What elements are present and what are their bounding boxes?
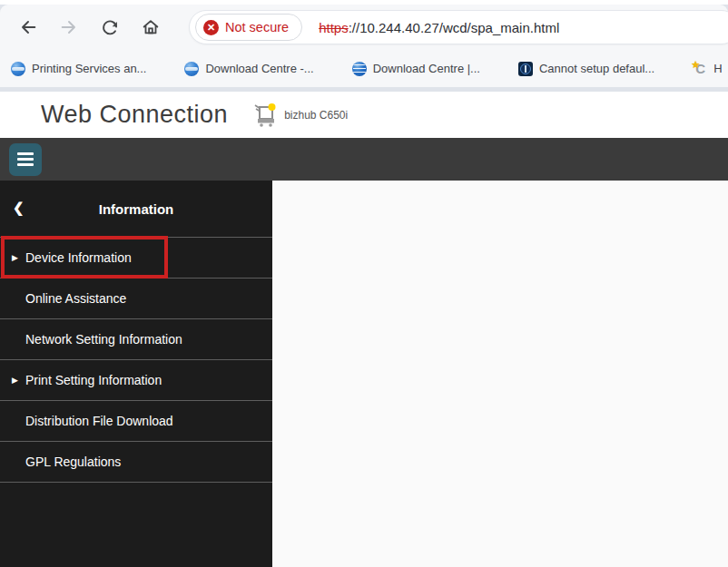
bookmark-download-centre-1[interactable]: Download Centre -... — [184, 62, 313, 76]
back-arrow-icon — [18, 17, 38, 37]
device-info: bizhub C650i — [253, 102, 348, 128]
expand-arrow-icon: ▶ — [12, 253, 18, 262]
home-icon — [141, 17, 161, 37]
sidebar-menu: ▶ Device Information Online Assistance N… — [0, 237, 272, 483]
sidebar-item-label: Network Setting Information — [25, 332, 182, 347]
reload-icon — [101, 18, 120, 37]
bookmark-label: Download Centre -... — [205, 62, 313, 75]
bookmark-label: Download Centre |... — [373, 62, 480, 75]
sidebar-item-device-information[interactable]: ▶ Device Information — [0, 238, 272, 279]
bookmark-download-centre-2[interactable]: Download Centre |... — [352, 62, 480, 76]
back-chevron-icon[interactable]: ❮ — [13, 200, 25, 216]
sidebar-item-label: GPL Regulations — [25, 455, 121, 469]
url-text[interactable]: https://10.244.40.27/wcd/spa_main.html — [319, 20, 559, 35]
blue-striped-globe-icon — [352, 62, 367, 76]
sidebar-item-label: Distribution File Download — [25, 414, 173, 428]
bookmark-label: Printing Services an... — [32, 62, 146, 75]
blue-globe-icon — [184, 62, 199, 76]
bookmark-label: H — [713, 62, 722, 75]
main-content-area — [272, 181, 728, 567]
sidebar-item-label: Online Assistance — [25, 291, 126, 306]
url-scheme: https — [319, 20, 349, 35]
sidebar-item-distribution-file-download[interactable]: Distribution File Download — [0, 401, 272, 442]
hamburger-menu-button[interactable] — [9, 143, 42, 176]
sidebar-item-print-setting-information[interactable]: ▶ Print Setting Information — [0, 360, 272, 401]
hamburger-icon — [17, 152, 34, 155]
device-name: bizhub C650i — [284, 109, 348, 122]
bookmark-cannot-setup[interactable]: Cannot setup defaul... — [518, 62, 654, 76]
sidebar-information: ❮ Information ▶ Device Information Onlin… — [0, 181, 272, 567]
sidebar-item-label: Device Information — [25, 250, 132, 265]
url-rest: ://10.244.40.27/wcd/spa_main.html — [349, 20, 560, 35]
printer-icon — [253, 102, 278, 128]
bookmark-h[interactable]: C ★ H — [693, 62, 722, 76]
home-button[interactable] — [135, 12, 166, 43]
forward-arrow-icon — [59, 17, 79, 37]
sidebar-header: ❮ Information — [0, 181, 272, 237]
browser-toolbar: ✕ Not secure https://10.244.40.27/wcd/sp… — [0, 5, 728, 50]
not-secure-chip[interactable]: ✕ Not secure — [195, 14, 302, 41]
sidebar-item-network-setting-information[interactable]: Network Setting Information — [0, 319, 272, 360]
hamburger-icon — [17, 158, 34, 161]
navy-emblem-icon — [518, 62, 533, 76]
hamburger-icon — [17, 163, 34, 166]
bookmark-printing-services[interactable]: Printing Services an... — [11, 62, 146, 76]
page-logo-band: Web Connection bizhub C650i — [0, 92, 728, 138]
web-connection-logo: Web Connection — [41, 100, 228, 130]
sidebar-title: Information — [99, 201, 174, 217]
sidebar-item-online-assistance[interactable]: Online Assistance — [0, 279, 272, 319]
address-bar[interactable]: ✕ Not secure https://10.244.40.27/wcd/sp… — [189, 10, 728, 44]
sidebar-item-gpl-regulations[interactable]: GPL Regulations — [0, 442, 272, 483]
forward-button[interactable] — [54, 12, 84, 43]
sidebar-item-label: Print Setting Information — [25, 373, 162, 387]
expand-arrow-icon: ▶ — [12, 376, 18, 385]
star-c-icon: C ★ — [693, 62, 707, 76]
bookmarks-bar: Printing Services an... Download Centre … — [0, 50, 728, 87]
browser-chrome: ✕ Not secure https://10.244.40.27/wcd/sp… — [0, 5, 728, 92]
star-icon: ★ — [691, 59, 700, 71]
back-button[interactable] — [13, 12, 44, 43]
app-header — [0, 138, 728, 181]
blue-globe-icon — [11, 62, 25, 76]
reload-button[interactable] — [94, 12, 125, 43]
not-secure-icon: ✕ — [203, 20, 219, 35]
bookmark-label: Cannot setup defaul... — [539, 62, 654, 75]
not-secure-label: Not secure — [225, 20, 289, 34]
